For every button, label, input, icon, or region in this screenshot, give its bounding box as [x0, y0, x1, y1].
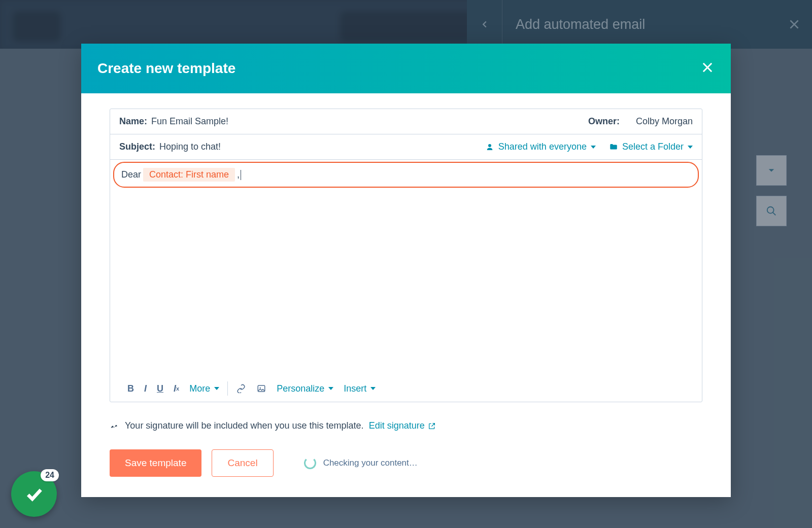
editor-empty-area[interactable] — [110, 188, 702, 375]
subject-label: Subject: — [119, 142, 155, 152]
close-icon — [700, 60, 715, 75]
person-icon — [485, 143, 494, 152]
folder-icon — [609, 143, 618, 152]
background-dropdown — [756, 155, 787, 186]
insert-dropdown[interactable]: Insert — [344, 383, 376, 394]
body-text-prefix: Dear — [121, 169, 141, 180]
template-form: Name: Fun Email Sample! Owner: Colby Mor… — [110, 109, 702, 402]
create-template-modal: Create new template Name: Fun Email Samp… — [81, 44, 731, 497]
link-icon — [236, 384, 246, 393]
insert-label: Insert — [344, 383, 366, 394]
blurred-title — [340, 11, 475, 42]
personalization-token[interactable]: Contact: First name — [143, 168, 235, 182]
more-label: More — [189, 383, 210, 394]
name-label: Name: — [119, 116, 147, 127]
close-icon — [788, 18, 801, 31]
cancel-button[interactable]: Cancel — [212, 449, 273, 477]
owner-label: Owner: — [588, 116, 620, 127]
check-icon — [24, 484, 44, 504]
caret-down-icon — [214, 387, 219, 390]
svg-point-0 — [767, 207, 774, 214]
modal-footer: Save template Cancel Checking your conte… — [110, 449, 702, 477]
svg-line-1 — [773, 213, 776, 216]
signature-note: Your signature will be included when you… — [110, 419, 702, 432]
svg-point-7 — [260, 387, 261, 388]
owner-group: Owner: Colby Morgan — [588, 116, 693, 127]
editor-toolbar: B I U Ix More — [110, 375, 702, 402]
secondary-panel-title: Add automated email — [502, 17, 776, 32]
share-dropdown[interactable]: Shared with everyone — [485, 142, 596, 152]
subject-input[interactable]: Hoping to chat! — [159, 142, 485, 152]
share-label: Shared with everyone — [498, 142, 587, 152]
badge-count: 24 — [41, 469, 59, 481]
chevron-left-icon — [479, 19, 490, 30]
personalize-label: Personalize — [277, 383, 324, 394]
email-body-editor[interactable]: Dear Contact: First name , — [113, 162, 699, 188]
personalize-dropdown[interactable]: Personalize — [277, 383, 333, 394]
blurred-back-button — [13, 11, 61, 42]
caret-down-icon — [688, 146, 693, 149]
text-cursor — [241, 170, 241, 180]
underline-button[interactable]: U — [157, 383, 163, 394]
spinner-icon — [304, 457, 316, 469]
caret-down-icon — [328, 387, 333, 390]
content-check-status: Checking your content… — [304, 457, 418, 469]
image-button[interactable] — [256, 383, 266, 394]
modal-body: Name: Fun Email Sample! Owner: Colby Mor… — [81, 93, 731, 497]
bold-button[interactable]: B — [127, 383, 134, 394]
modal-header: Create new template — [81, 44, 731, 93]
modal-close-button[interactable] — [700, 60, 715, 77]
folder-dropdown[interactable]: Select a Folder — [609, 142, 693, 152]
more-dropdown[interactable]: More — [189, 383, 219, 394]
body-text-suffix: , — [237, 169, 240, 180]
editor-row: Dear Contact: First name , — [110, 160, 702, 188]
external-link-icon — [428, 422, 436, 430]
caret-down-icon — [591, 146, 596, 149]
checking-text: Checking your content… — [323, 458, 418, 468]
secondary-close-button[interactable] — [776, 18, 812, 31]
background-search-icon — [756, 196, 787, 226]
save-template-button[interactable]: Save template — [110, 449, 201, 477]
folder-label: Select a Folder — [622, 142, 684, 152]
caret-down-icon — [370, 387, 376, 390]
clear-formatting-button[interactable]: Ix — [174, 383, 179, 394]
edit-signature-label: Edit signature — [369, 420, 425, 431]
image-icon — [257, 384, 266, 393]
owner-value[interactable]: Colby Morgan — [636, 116, 693, 127]
name-owner-row: Name: Fun Email Sample! Owner: Colby Mor… — [110, 109, 702, 134]
completion-badge[interactable]: 24 — [11, 471, 57, 517]
modal-title: Create new template — [97, 60, 235, 77]
secondary-back-button[interactable] — [467, 0, 502, 49]
secondary-panel-header: Add automated email — [467, 0, 812, 49]
signature-icon — [110, 419, 120, 432]
signature-text: Your signature will be included when you… — [125, 420, 364, 431]
name-input[interactable]: Fun Email Sample! — [151, 116, 588, 127]
italic-button[interactable]: I — [144, 383, 147, 394]
link-button[interactable] — [236, 383, 246, 394]
subject-row: Subject: Hoping to chat! Shared with eve… — [110, 134, 702, 160]
edit-signature-link[interactable]: Edit signature — [369, 420, 436, 431]
